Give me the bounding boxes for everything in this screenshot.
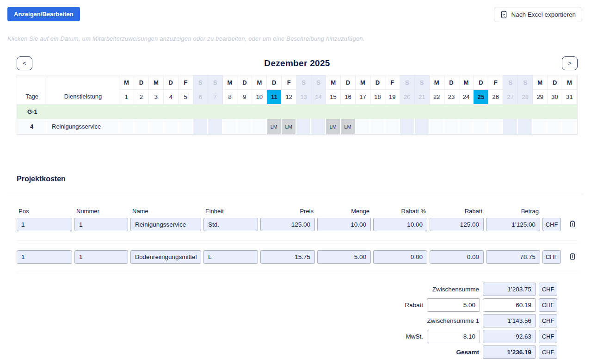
- day-number-cell[interactable]: 8: [223, 90, 238, 105]
- delete-row-button[interactable]: [563, 220, 578, 229]
- day-number-cell[interactable]: 30: [548, 90, 562, 105]
- preis-input[interactable]: [260, 218, 315, 231]
- name-input[interactable]: [130, 218, 201, 231]
- day-number-cell[interactable]: 26: [488, 90, 503, 105]
- day-number-cell[interactable]: 4: [164, 90, 179, 105]
- service-day-cell[interactable]: [459, 119, 474, 134]
- service-day-cell[interactable]: [548, 119, 562, 134]
- day-number-cell[interactable]: 2: [134, 90, 149, 105]
- service-day-cell[interactable]: [223, 119, 238, 134]
- rabatt-pct-input[interactable]: [373, 218, 427, 231]
- rabatt-input[interactable]: [430, 250, 484, 264]
- betrag-input[interactable]: [486, 218, 540, 231]
- rabatt-input[interactable]: [430, 218, 484, 231]
- day-letter-cell: M: [252, 75, 267, 90]
- nummer-input[interactable]: [74, 250, 128, 264]
- day-number-cell[interactable]: 9: [237, 90, 252, 105]
- total-row: Gesamt CHF: [17, 345, 557, 359]
- service-day-cell[interactable]: [134, 119, 149, 134]
- service-day-cell[interactable]: [518, 119, 533, 134]
- service-day-cell[interactable]: [503, 119, 518, 134]
- service-day-cell[interactable]: [208, 119, 223, 134]
- day-number-cell[interactable]: 20: [400, 90, 415, 105]
- day-number-cell[interactable]: 28: [518, 90, 533, 105]
- service-day-cell[interactable]: [164, 119, 179, 134]
- service-day-cell[interactable]: [430, 119, 444, 134]
- currency-badge: CHF: [539, 345, 557, 359]
- service-day-cell[interactable]: LM: [326, 119, 341, 134]
- day-number-cell[interactable]: 27: [503, 90, 518, 105]
- day-number-cell[interactable]: 12: [282, 90, 296, 105]
- day-number-cell[interactable]: 16: [341, 90, 356, 105]
- day-letter-cell: S: [193, 75, 208, 90]
- export-excel-button[interactable]: Nach Excel exportieren: [494, 7, 582, 22]
- service-day-cell[interactable]: [193, 119, 208, 134]
- nummer-input[interactable]: [74, 218, 128, 231]
- total-rate-input[interactable]: [427, 298, 480, 312]
- day-number-cell[interactable]: 11: [267, 90, 282, 105]
- preis-input[interactable]: [260, 250, 315, 264]
- day-number-cell[interactable]: 10: [252, 90, 267, 105]
- currency-badge: CHF: [539, 330, 557, 343]
- total-rate-input[interactable]: [427, 330, 480, 343]
- day-number-cell[interactable]: 17: [356, 90, 370, 105]
- day-number-cell[interactable]: 5: [179, 90, 193, 105]
- day-number-cell[interactable]: 22: [430, 90, 444, 105]
- service-day-cell[interactable]: [356, 119, 370, 134]
- total-value: [483, 283, 536, 296]
- day-number-cell[interactable]: 7: [208, 90, 223, 105]
- name-input[interactable]: [130, 250, 201, 264]
- menge-input[interactable]: [317, 250, 371, 264]
- day-number-cell[interactable]: 21: [415, 90, 430, 105]
- day-number-cell[interactable]: 19: [385, 90, 400, 105]
- day-number-cell[interactable]: 14: [311, 90, 326, 105]
- service-day-cell[interactable]: [562, 119, 577, 134]
- cost-row: CHF: [17, 218, 578, 241]
- day-number-cell[interactable]: 18: [370, 90, 385, 105]
- day-letter-cell: M: [430, 75, 444, 90]
- day-number-cell[interactable]: 23: [444, 90, 459, 105]
- day-number-cell[interactable]: 6: [193, 90, 208, 105]
- service-day-cell[interactable]: [296, 119, 311, 134]
- day-number-cell[interactable]: 31: [562, 90, 577, 105]
- previous-month-button[interactable]: <: [17, 56, 32, 70]
- delete-row-button[interactable]: [563, 253, 578, 261]
- service-day-cell[interactable]: [444, 119, 459, 134]
- day-number-cell[interactable]: 15: [326, 90, 341, 105]
- service-day-cell[interactable]: [370, 119, 385, 134]
- service-day-cell[interactable]: [533, 119, 548, 134]
- pos-input[interactable]: [17, 218, 72, 231]
- service-day-cell[interactable]: [311, 119, 326, 134]
- einheit-input[interactable]: [203, 218, 258, 231]
- service-day-cell[interactable]: [385, 119, 400, 134]
- service-day-cell[interactable]: [474, 119, 488, 134]
- currency-badge: CHF: [539, 283, 557, 296]
- day-number-cell[interactable]: 1: [119, 90, 134, 105]
- service-day-cell[interactable]: [179, 119, 193, 134]
- day-number-cell[interactable]: 3: [149, 90, 164, 105]
- service-day-cell[interactable]: [252, 119, 267, 134]
- group-row: G-1: [17, 105, 577, 119]
- rabatt-pct-input[interactable]: [373, 250, 427, 264]
- service-day-cell[interactable]: LM: [341, 119, 356, 134]
- service-day-cell[interactable]: [119, 119, 134, 134]
- pos-input[interactable]: [17, 250, 72, 264]
- view-edit-button[interactable]: Anzeigen/Bearbeiten: [7, 7, 80, 21]
- service-day-cell[interactable]: [237, 119, 252, 134]
- service-day-cell[interactable]: LM: [267, 119, 282, 134]
- day-number-cell[interactable]: 25: [474, 90, 488, 105]
- day-number-cell[interactable]: 29: [533, 90, 548, 105]
- betrag-input[interactable]: [486, 250, 540, 264]
- next-month-button[interactable]: >: [562, 56, 578, 70]
- day-number-cell[interactable]: 24: [459, 90, 474, 105]
- total-value[interactable]: [483, 298, 536, 312]
- service-day-cell[interactable]: LM: [282, 119, 296, 134]
- service-day-cell[interactable]: [415, 119, 430, 134]
- service-day-cell[interactable]: [149, 119, 164, 134]
- menge-input[interactable]: [317, 218, 371, 231]
- service-day-cell[interactable]: [400, 119, 415, 134]
- day-number-cell[interactable]: 13: [296, 90, 311, 105]
- service-day-cell[interactable]: [488, 119, 503, 134]
- einheit-input[interactable]: [203, 250, 258, 264]
- day-letter-cell: D: [267, 75, 282, 90]
